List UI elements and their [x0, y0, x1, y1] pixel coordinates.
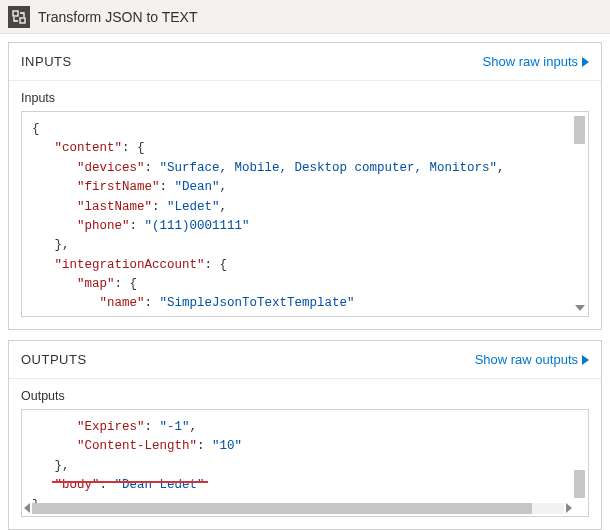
scrollbar-thumb[interactable]	[574, 470, 585, 498]
highlight-underline	[52, 481, 208, 483]
titlebar: Transform JSON to TEXT	[0, 0, 610, 34]
inputs-section-label: INPUTS	[21, 54, 72, 69]
show-raw-inputs-text: Show raw inputs	[483, 54, 578, 69]
content-area: INPUTS Show raw inputs Inputs { "content…	[0, 34, 610, 530]
svg-rect-0	[13, 11, 18, 16]
window-title: Transform JSON to TEXT	[38, 9, 197, 25]
inputs-panel: INPUTS Show raw inputs Inputs { "content…	[8, 42, 602, 330]
scroll-down-icon[interactable]	[575, 305, 585, 311]
scroll-right-icon[interactable]	[566, 503, 572, 513]
scroll-left-icon[interactable]	[24, 503, 30, 513]
outputs-horizontal-scrollbar[interactable]	[24, 501, 572, 515]
outputs-vertical-scrollbar[interactable]	[572, 412, 587, 514]
svg-rect-1	[20, 18, 25, 23]
transform-icon	[8, 6, 30, 28]
outputs-card-label: Outputs	[21, 389, 589, 403]
outputs-code-box[interactable]: "Expires": "-1", "Content-Length": "10" …	[21, 409, 589, 517]
show-raw-outputs-text: Show raw outputs	[475, 352, 578, 367]
outputs-panel: OUTPUTS Show raw outputs Outputs "Expire…	[8, 340, 602, 530]
inputs-code-box[interactable]: { "content": { "devices": "Surface, Mobi…	[21, 111, 589, 317]
outputs-section-label: OUTPUTS	[21, 352, 87, 367]
chevron-right-icon	[582, 57, 589, 67]
inputs-vertical-scrollbar[interactable]	[572, 114, 587, 314]
inputs-card-label: Inputs	[21, 91, 589, 105]
outputs-header: OUTPUTS Show raw outputs	[9, 341, 601, 379]
chevron-right-icon	[582, 355, 589, 365]
scrollbar-thumb-h[interactable]	[32, 503, 532, 514]
show-raw-inputs-link[interactable]: Show raw inputs	[483, 54, 589, 69]
scrollbar-thumb[interactable]	[574, 116, 585, 144]
inputs-code: { "content": { "devices": "Surface, Mobi…	[22, 112, 588, 322]
show-raw-outputs-link[interactable]: Show raw outputs	[475, 352, 589, 367]
inputs-header: INPUTS Show raw inputs	[9, 43, 601, 81]
